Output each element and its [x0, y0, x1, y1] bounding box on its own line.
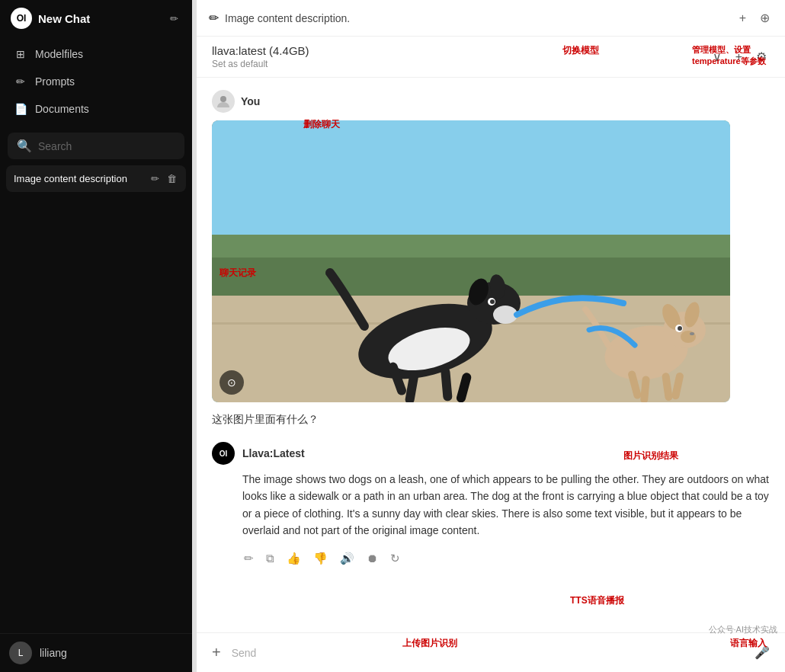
ai-header: OI Llava:Latest [212, 442, 770, 465]
tts-button[interactable]: 🔊 [338, 550, 356, 567]
model-switch-button[interactable]: ∨ [710, 46, 725, 67]
model-add-button[interactable]: + [732, 47, 745, 67]
edit-response-button[interactable]: ✏ [242, 550, 255, 567]
user-header: You [212, 90, 770, 113]
upload-button[interactable]: + [209, 641, 224, 664]
share-button[interactable]: ⊕ [757, 8, 773, 28]
search-box: 🔍 [8, 133, 184, 159]
search-icon: 🔍 [17, 139, 32, 153]
sidebar-footer: L liliang [0, 633, 192, 672]
sidebar-header: OI New Chat ✏ [0, 0, 192, 37]
search-section: 🔍 [0, 126, 192, 162]
logo-icon: OI [11, 8, 32, 29]
prompts-icon: ✏ [14, 75, 27, 88]
sidebar-item-modelfiles[interactable]: ⊞ Modelfiles [6, 41, 186, 67]
chat-delete-button[interactable]: 🗑 [165, 171, 178, 186]
sidebar-item-documents[interactable]: 📄 Documents [6, 96, 186, 122]
input-area: + 🎤 [197, 632, 785, 672]
record-button[interactable]: ⏺ [365, 550, 380, 567]
ai-name-label: Llava:Latest [242, 447, 305, 459]
topbar-edit-icon: ✏ [209, 11, 219, 25]
svg-point-23 [678, 326, 682, 331]
new-chat-edit-button[interactable]: ✏ [167, 10, 181, 27]
chat-item[interactable]: Image content description ✏ 🗑 [6, 165, 186, 192]
user-message: You [212, 90, 770, 427]
username-label: liliang [40, 647, 67, 659]
thumbs-down-button[interactable]: 👎 [312, 550, 329, 567]
svg-point-0 [220, 96, 226, 102]
chat-item-label: Image content description [14, 173, 149, 184]
svg-point-13 [490, 299, 495, 304]
regenerate-button[interactable]: ↻ [389, 550, 402, 567]
user-message-text: 这张图片里面有什么？ [212, 413, 770, 427]
svg-point-25 [690, 332, 694, 335]
main-wrapper: ✏ Image content description. + ⊕ llava:l… [197, 0, 785, 672]
sidebar-item-label-prompts: Prompts [35, 75, 75, 88]
chat-rename-button[interactable]: ✏ [149, 171, 161, 186]
topbar-title: Image content description. [225, 12, 350, 24]
topbar-left: ✏ Image content description. [209, 11, 350, 25]
dog-image-display: ⊙ [212, 120, 730, 402]
model-settings-button[interactable]: ⚙ [753, 46, 770, 67]
main-content: ✏ Image content description. + ⊕ llava:l… [197, 0, 785, 672]
avatar: L [9, 642, 32, 664]
documents-icon: 📄 [14, 102, 27, 116]
ai-logo-icon: OI [212, 442, 235, 465]
chat-item-actions: ✏ 🗑 [149, 171, 178, 186]
model-default-label: Set as default [212, 59, 309, 69]
chat-area: You [197, 78, 785, 632]
modelfiles-icon: ⊞ [14, 47, 27, 61]
ai-message-actions: ✏ ⧉ 👍 👎 🔊 ⏺ ↻ [212, 550, 770, 567]
image-lens-button[interactable]: ⊙ [219, 370, 244, 395]
thumbs-up-button[interactable]: 👍 [285, 550, 303, 567]
ai-message-text: The image shows two dogs on a leash, one… [212, 471, 770, 539]
sidebar-item-label-modelfiles: Modelfiles [35, 48, 83, 60]
sidebar: OI New Chat ✏ ⊞ Modelfiles ✏ Prompts 📄 D… [0, 0, 192, 672]
model-bar: llava:latest (4.4GB) Set as default ∨ + … [197, 37, 785, 78]
add-chat-button[interactable]: + [736, 8, 749, 28]
sidebar-logo: OI New Chat [11, 8, 90, 29]
model-info: llava:latest (4.4GB) Set as default [212, 44, 309, 69]
search-input[interactable] [38, 140, 175, 152]
ai-message: OI Llava:Latest The image shows two dogs… [212, 442, 770, 567]
chat-list: Image content description ✏ 🗑 [0, 162, 192, 633]
model-actions: ∨ + ⚙ [710, 46, 770, 67]
sidebar-item-prompts[interactable]: ✏ Prompts [6, 69, 186, 94]
topbar: ✏ Image content description. + ⊕ [197, 0, 785, 37]
topbar-right: + ⊕ [736, 8, 773, 28]
user-name-label: You [241, 95, 260, 107]
svg-point-24 [681, 331, 696, 343]
model-name: llava:latest (4.4GB) [212, 44, 309, 57]
watermark: 公众号·AI技术实战 [709, 624, 777, 635]
message-input[interactable] [232, 647, 744, 659]
uploaded-image: ⊙ [212, 120, 730, 402]
user-avatar-icon [212, 90, 235, 113]
sidebar-title: New Chat [38, 12, 90, 25]
sidebar-item-label-documents: Documents [35, 103, 89, 115]
copy-response-button[interactable]: ⧉ [264, 550, 276, 567]
sidebar-nav: ⊞ Modelfiles ✏ Prompts 📄 Documents [0, 37, 192, 126]
mic-button[interactable]: 🎤 [751, 642, 773, 663]
